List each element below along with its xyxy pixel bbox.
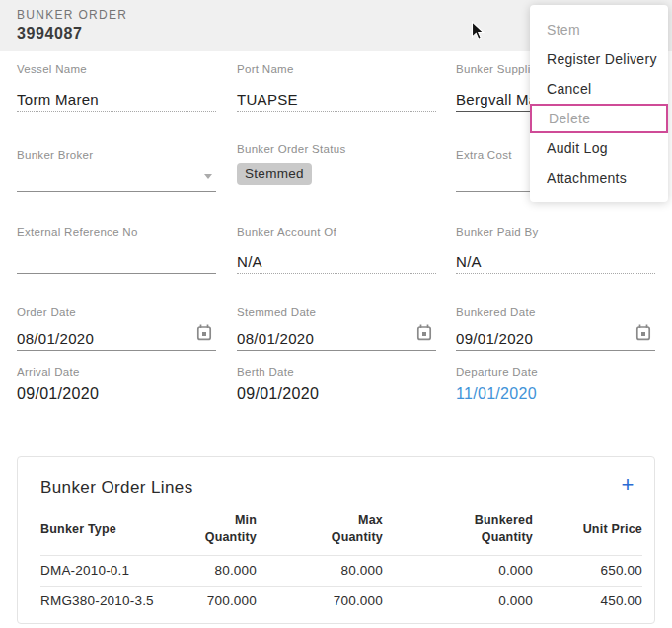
order-lines-title: Bunker Order Lines [40,478,193,498]
page-title: BUNKER ORDER [17,8,127,22]
field-arrival-date: Arrival Date 09/01/2020 [17,366,216,406]
col-header-bunker-type: Bunker Type [40,512,188,556]
col-header-min-quantity: Min Quantity [188,512,257,556]
menu-item-delete[interactable]: Delete [530,104,668,133]
calendar-icon[interactable] [635,324,651,341]
order-number: 3994087 [17,25,83,42]
field-external-reference-no[interactable]: External Reference No [17,226,216,274]
field-port-name[interactable]: Port Name TUAPSE [237,63,436,112]
cell-bunker-type: DMA-2010-0.1 [40,556,188,587]
bunker-broker-label: Bunker Broker [17,149,216,161]
bunker-order-status-label: Bunker Order Status [237,143,436,155]
col-header-unit-price: Unit Price [533,512,642,556]
calendar-icon[interactable] [416,324,432,341]
add-order-line-button[interactable]: + [614,471,641,499]
menu-item-audit-log[interactable]: Audit Log [530,133,668,163]
order-date-label: Order Date [17,306,216,318]
table-row[interactable]: DMA-2010-0.1 80.000 80.000 0.000 650.00 [40,556,642,587]
col-header-bunkered-quantity: Bunkered Quantity [383,512,533,556]
port-name-label: Port Name [237,63,436,75]
cell-unit-price: 650.00 [533,556,642,587]
berth-date-value: 09/01/2020 [237,385,436,403]
order-lines-table: Bunker Type Min Quantity Max Quantity Bu… [40,512,642,616]
context-menu: Stem Register Delivery Cancel Delete Aud… [530,5,668,202]
cell-max-quantity: 80.000 [257,556,383,587]
menu-item-register-delivery[interactable]: Register Delivery [530,44,668,74]
chevron-down-icon[interactable] [204,174,212,179]
table-row[interactable]: RMG380-2010-3.5 700.000 700.000 0.000 45… [40,587,642,617]
cell-bunker-type: RMG380-2010-3.5 [40,587,188,617]
col-header-max-quantity: Max Quantity [257,512,383,556]
calendar-icon[interactable] [196,324,212,341]
menu-item-cancel[interactable]: Cancel [530,74,668,104]
bunkered-date-value[interactable]: 09/01/2020 [456,330,655,347]
table-header-row: Bunker Type Min Quantity Max Quantity Bu… [40,512,642,556]
vessel-name-label: Vessel Name [17,63,216,75]
arrival-date-value: 09/01/2020 [17,385,216,403]
order-lines-card: Bunker Order Lines + Bunker Type Min Qua… [17,456,655,624]
cell-min-quantity: 700.000 [188,587,257,617]
stemmed-date-label: Stemmed Date [237,306,436,318]
external-reference-no-label: External Reference No [17,226,216,238]
field-stemmed-date[interactable]: Stemmed Date 08/01/2020 [237,306,436,351]
arrival-date-label: Arrival Date [17,366,216,378]
status-badge: Stemmed [237,163,312,185]
menu-item-attachments[interactable]: Attachments [530,163,668,193]
departure-date-link[interactable]: 11/01/2020 [456,385,655,403]
berth-date-label: Berth Date [237,366,436,378]
vessel-name-value[interactable]: Torm Maren [17,91,216,108]
bunkered-date-label: Bunkered Date [456,306,655,318]
order-date-value[interactable]: 08/01/2020 [17,330,216,347]
bunker-paid-by-value: N/A [456,253,655,270]
menu-item-stem[interactable]: Stem [530,15,668,44]
field-bunker-account-of: Bunker Account Of N/A [237,226,436,274]
cell-bunkered-quantity: 0.000 [383,587,533,617]
cell-max-quantity: 700.000 [257,587,383,617]
field-order-date[interactable]: Order Date 08/01/2020 [17,306,216,351]
cell-unit-price: 450.00 [533,587,642,617]
field-departure-date[interactable]: Departure Date 11/01/2020 [456,366,655,406]
section-divider [17,432,655,432]
field-vessel-name[interactable]: Vessel Name Torm Maren [17,63,216,112]
field-bunkered-date[interactable]: Bunkered Date 09/01/2020 [456,306,655,351]
cell-bunkered-quantity: 0.000 [383,556,533,587]
stemmed-date-value[interactable]: 08/01/2020 [237,330,436,347]
field-bunker-order-status: Bunker Order Status Stemmed [237,143,436,192]
port-name-value[interactable]: TUAPSE [237,91,436,108]
bunker-account-of-label: Bunker Account Of [237,226,436,238]
cell-min-quantity: 80.000 [188,556,257,587]
mouse-cursor-icon [471,21,485,45]
bunker-paid-by-label: Bunker Paid By [456,226,655,238]
field-bunker-broker[interactable]: Bunker Broker [17,143,216,192]
departure-date-label: Departure Date [456,366,655,378]
plus-icon: + [621,472,634,497]
field-bunker-paid-by: Bunker Paid By N/A [456,226,655,274]
bunker-account-of-value: N/A [237,253,436,270]
field-berth-date: Berth Date 09/01/2020 [237,366,436,406]
